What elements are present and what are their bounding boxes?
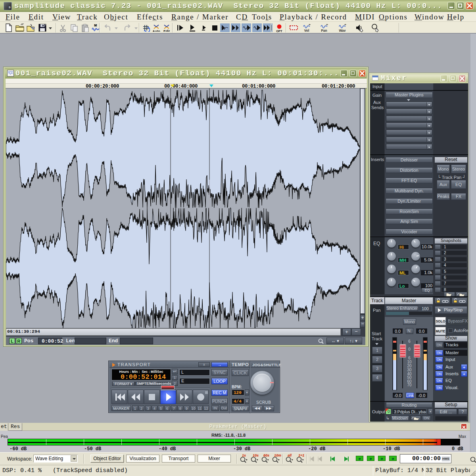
svg-text:Pan: Pan: [321, 29, 327, 32]
svg-text:Wav: Wav: [339, 29, 345, 32]
svg-text:Vol: Vol: [304, 29, 309, 32]
svg-text:Edit: Edit: [163, 29, 170, 32]
svg-text:Auto: Auto: [152, 29, 160, 32]
svg-text:OPT: OPT: [276, 29, 282, 32]
